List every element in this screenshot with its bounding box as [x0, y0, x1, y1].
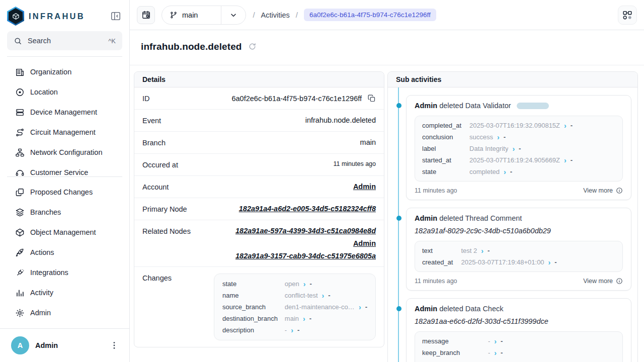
- sidebar-item-organization[interactable]: Organization: [7, 62, 122, 82]
- sub-activity-node-id: 182a91af-8029-2c9c-34db-c510a6b0db29: [415, 227, 623, 235]
- topbar: main / Activities / 6a0f2e6c-b61a-4f75-b…: [130, 0, 644, 30]
- git-branch-icon: [170, 11, 178, 19]
- sidebar-menu-group-app: Proposed Changes Branches Object Managem…: [0, 177, 129, 323]
- change-arrow-icon: [548, 259, 551, 266]
- gear-icon: [15, 308, 25, 318]
- diff-icon: [15, 188, 25, 197]
- change-arrow-icon: [359, 304, 361, 311]
- change-old-value: conflict-test: [285, 292, 318, 299]
- change-key: description: [222, 326, 278, 334]
- sidebar-spacer: [0, 323, 129, 328]
- action-text: deleted Data Check: [439, 305, 503, 313]
- sidebar-item-proposed-changes[interactable]: Proposed Changes: [7, 182, 122, 202]
- sidebar-item-device-management[interactable]: Device Management: [7, 102, 122, 122]
- primary-node-link[interactable]: 182a91a4-a6d2-e005-34d5-c5182324cff8: [239, 205, 376, 213]
- route-icon: [15, 128, 25, 137]
- sidebar-item-label: Object Management: [30, 228, 96, 236]
- sidebar-user-section: A Admin: [0, 328, 129, 362]
- chevron-down-icon: [221, 6, 246, 24]
- sidebar-item-object-management[interactable]: Object Management: [7, 222, 122, 242]
- related-node-link[interactable]: 182a91ae-597a-4399-34d3-c51ca0984e8d: [235, 227, 376, 235]
- breadcrumb-activity-id-chip[interactable]: 6a0f2e6c-b61a-4f75-b974-c76c1e1296ff: [304, 9, 436, 21]
- timeline-dot: [396, 306, 401, 311]
- sub-activity-changes-box: text test 2- created_at 2025-03-07T17:19…: [415, 241, 623, 272]
- change-key: started_at: [422, 156, 461, 164]
- sub-activity-card: Admin deleted Data Validator completed_a…: [406, 95, 631, 200]
- sidebar-item-location[interactable]: Location: [7, 82, 122, 102]
- change-arrow-icon: [291, 327, 293, 334]
- detail-label: Event: [142, 116, 161, 125]
- change-key: destination_branch: [222, 315, 278, 322]
- timeline-dot: [396, 216, 401, 221]
- actor-name: Admin: [415, 102, 437, 110]
- details-header: Details: [134, 72, 384, 87]
- sidebar-item-label: Activity: [30, 289, 53, 297]
- sidebar-menu-group-objects: Organization Location Device Management: [0, 57, 129, 176]
- related-node-link[interactable]: Admin: [353, 239, 376, 247]
- change-arrow-icon: [512, 145, 515, 152]
- change-arrow-icon: [564, 157, 567, 164]
- detail-id-value: 6a0f2e6c-b61a-4f75-b974-c76c1e1296ff: [231, 95, 362, 103]
- detail-label: Primary Node: [142, 205, 187, 213]
- sub-activity-changes-box: completed_at 2025-03-07T16:19:32.090815Z…: [415, 116, 623, 182]
- sidebar-item-network-configuration[interactable]: Network Configuration: [7, 142, 122, 162]
- change-arrow-icon: [303, 315, 305, 322]
- sub-activity-card: Admin deleted Thread Comment 182a91af-80…: [406, 208, 631, 291]
- sidebar-item-actions[interactable]: Actions: [7, 242, 122, 262]
- change-arrow-icon: [481, 247, 484, 254]
- change-old-value: 2025-03-07T17:19:48+01:00: [461, 258, 544, 266]
- breadcrumb-activities-link[interactable]: Activities: [261, 11, 290, 19]
- sidebar-item-customer-service[interactable]: Customer Service: [7, 162, 122, 176]
- account-link[interactable]: Admin: [353, 183, 376, 191]
- page-header: infrahub.node.deleted: [130, 30, 644, 65]
- avatar: A: [11, 336, 29, 354]
- sub-activity-card: Admin deleted Data Check 182a91aa-e6c6-d…: [406, 298, 631, 362]
- sub-activity-node-id: 182a91aa-e6c6-d2fd-303d-c511f3999dce: [415, 317, 623, 325]
- change-key: state: [422, 168, 461, 175]
- change-key: source_branch: [222, 303, 278, 311]
- actor-name: Admin: [415, 214, 437, 222]
- info-icon: [616, 187, 623, 194]
- schema-app-grid-icon[interactable]: [618, 6, 637, 25]
- detail-row-event: Event infrahub.node.deleted: [134, 110, 384, 132]
- branch-selector-value: main: [162, 6, 221, 24]
- sidebar-collapse-icon[interactable]: [110, 10, 122, 22]
- sidebar-item-activity[interactable]: Activity: [7, 283, 122, 303]
- sidebar-item-admin[interactable]: Admin: [7, 303, 122, 323]
- refresh-icon[interactable]: [247, 41, 257, 51]
- action-text: deleted Thread Comment: [439, 214, 522, 222]
- content: Details ID 6a0f2e6c-b61a-4f75-b974-c76c1…: [130, 65, 644, 362]
- time-travel-button[interactable]: [137, 6, 155, 24]
- change-new-value: -: [501, 337, 503, 345]
- infrahub-logo[interactable]: INFRAHUB: [7, 7, 85, 26]
- view-more-button[interactable]: View more: [583, 187, 623, 194]
- search-input[interactable]: Search ^K: [7, 31, 122, 50]
- sidebar-item-branches[interactable]: Branches: [7, 202, 122, 222]
- branch-selector[interactable]: main: [162, 6, 246, 25]
- change-new-value: -: [571, 156, 573, 164]
- sidebar-item-label: Customer Service: [30, 168, 88, 176]
- branch-name: main: [182, 11, 198, 19]
- timeline-line: [398, 87, 399, 362]
- change-arrow-icon: [494, 349, 497, 356]
- detail-row-changes: Changes state open- name conflict-test- …: [134, 267, 384, 347]
- action-text: deleted Data Validator: [439, 102, 511, 110]
- info-icon: [616, 278, 623, 285]
- related-node-link[interactable]: 182a91a9-3157-cab9-34dc-c51975e6805a: [235, 252, 376, 260]
- change-old-value: -: [488, 349, 490, 356]
- detail-row-primary-node: Primary Node 182a91a4-a6d2-e005-34d5-c51…: [134, 198, 384, 220]
- view-more-label: View more: [583, 278, 613, 285]
- change-old-value: main: [285, 315, 299, 322]
- breadcrumb: / Activities / 6a0f2e6c-b61a-4f75-b974-c…: [253, 9, 436, 21]
- detail-row-related-nodes: Related Nodes 182a91ae-597a-4399-34d3-c5…: [134, 220, 384, 267]
- detail-event-value: infrahub.node.deleted: [305, 116, 376, 124]
- page-title: infrahub.node.deleted: [141, 41, 242, 52]
- view-more-button[interactable]: View more: [583, 278, 623, 285]
- user-menu-kebab-icon[interactable]: [109, 340, 120, 351]
- change-new-value: -: [504, 133, 506, 141]
- server-icon: [15, 108, 25, 117]
- sidebar-item-integrations[interactable]: Integrations: [7, 262, 122, 283]
- sidebar-item-circuit-management[interactable]: Circuit Management: [7, 122, 122, 142]
- rocket-icon: [15, 248, 25, 257]
- copy-icon[interactable]: [367, 94, 376, 103]
